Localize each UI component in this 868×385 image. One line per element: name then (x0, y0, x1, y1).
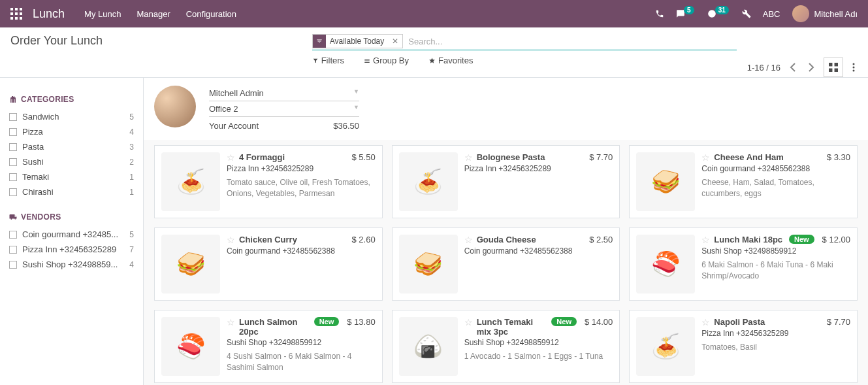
vendor-item[interactable]: Sushi Shop +32498859... 4 (9, 257, 134, 272)
checkbox[interactable] (9, 158, 17, 166)
vendor-label: Sushi Shop +32498859... (22, 259, 129, 269)
product-image: 🍣 (636, 235, 695, 293)
product-description: 4 Sushi Salmon - 6 Maki Salmon - 4 Sashi… (227, 351, 376, 373)
groupby-button[interactable]: Group By (364, 56, 409, 65)
product-card[interactable]: 🥪 ☆ Chicken Curry $ 2.60 Coin gourmand +… (154, 227, 383, 301)
product-name: Gouda Cheese (477, 235, 582, 244)
search-bar[interactable]: Available Today ✕ (312, 34, 737, 50)
product-name: Lunch Temaki mix 3pc (477, 317, 548, 337)
svg-rect-11 (829, 69, 832, 72)
nav-manager[interactable]: Manager (137, 9, 170, 19)
product-description: Tomatoes, Basil (701, 342, 850, 353)
svg-rect-3 (10, 12, 13, 15)
pager-next[interactable] (805, 60, 817, 75)
product-card[interactable]: 🥪 ☆ Gouda Cheese $ 2.50 Coin gourmand +3… (392, 227, 620, 301)
nav-configuration[interactable]: Configuration (186, 9, 236, 19)
product-name: Bolognese Pasta (477, 152, 582, 162)
user-name[interactable]: Mitchell Adı (814, 9, 858, 19)
checkbox[interactable] (9, 128, 17, 136)
star-icon[interactable]: ☆ (464, 235, 473, 245)
location-select[interactable]: Office 2 ▼ (209, 101, 359, 117)
user-avatar[interactable] (792, 5, 809, 22)
product-vendor: Pizza Inn +32456325289 (227, 164, 376, 173)
kanban-view-button[interactable] (824, 58, 843, 77)
favorites-button[interactable]: Favorites (428, 56, 473, 65)
svg-rect-10 (835, 63, 838, 66)
company-selector[interactable]: ABC (763, 9, 780, 19)
vendor-label: Coin gourmand +32485... (22, 229, 129, 239)
star-icon[interactable]: ☆ (701, 317, 710, 327)
more-views-button[interactable] (850, 60, 858, 75)
svg-rect-12 (835, 69, 838, 72)
star-icon[interactable]: ☆ (701, 235, 710, 245)
account-label: Your Account (209, 121, 333, 131)
app-brand[interactable]: Lunch (33, 7, 65, 21)
product-card[interactable]: 🍝 ☆ 4 Formaggi $ 5.50 Pizza Inn +3245632… (154, 145, 383, 218)
product-name: Cheese And Ham (714, 152, 819, 162)
category-item[interactable]: Temaki 1 (9, 169, 134, 184)
vendor-count: 7 (129, 245, 134, 254)
category-item[interactable]: Sushi 2 (9, 154, 134, 169)
checkbox[interactable] (9, 113, 17, 121)
star-icon[interactable]: ☆ (227, 152, 235, 163)
search-input[interactable] (407, 35, 736, 48)
nav-my-lunch[interactable]: My Lunch (84, 9, 121, 19)
svg-rect-9 (829, 63, 832, 66)
svg-rect-7 (15, 17, 18, 20)
category-item[interactable]: Chirashi 1 (9, 184, 134, 199)
checkbox[interactable] (9, 188, 17, 196)
product-card[interactable]: 🍝 ☆ Bolognese Pasta $ 7.70 Pizza Inn +32… (392, 145, 620, 218)
product-vendor: Sushi Shop +32498859912 (227, 338, 376, 347)
vendor-item[interactable]: Coin gourmand +32485... 5 (9, 227, 134, 242)
product-price: $ 13.80 (347, 317, 375, 327)
product-card[interactable]: 🍝 ☆ Napoli Pasta $ 7.70 Pizza Inn +32456… (629, 310, 858, 383)
product-vendor: Coin gourmand +32485562388 (464, 246, 613, 256)
star-icon[interactable]: ☆ (464, 317, 473, 327)
star-icon[interactable]: ☆ (227, 235, 235, 245)
pager-prev[interactable] (787, 60, 799, 75)
page-title: Order Your Lunch (10, 34, 103, 48)
category-count: 1 (129, 188, 134, 197)
svg-rect-8 (20, 17, 22, 20)
checkbox[interactable] (9, 173, 17, 181)
product-card[interactable]: 🍣 ☆ Lunch Maki 18pc New $ 12.00 Sushi Sh… (629, 227, 858, 301)
category-item[interactable]: Pasta 3 (9, 139, 134, 154)
facet-close[interactable]: ✕ (388, 37, 402, 46)
product-image: 🥪 (636, 152, 695, 211)
vendor-item[interactable]: Pizza Inn +32456325289 7 (9, 242, 134, 257)
product-description: Tomato sauce, Olive oil, Fresh Tomatoes,… (227, 177, 376, 199)
messages-icon[interactable]: 5 (676, 9, 696, 18)
svg-rect-5 (20, 12, 22, 15)
checkbox[interactable] (9, 261, 17, 269)
user-select[interactable]: Mitchell Admin ▼ (209, 86, 359, 101)
svg-rect-1 (15, 8, 18, 10)
category-label: Pasta (22, 142, 129, 152)
checkbox[interactable] (9, 246, 17, 254)
category-count: 2 (129, 158, 134, 167)
content-area: Mitchell Admin ▼ Office 2 ▼ Your Account… (144, 78, 868, 385)
product-name: Chicken Curry (239, 235, 344, 244)
checkbox[interactable] (9, 143, 17, 151)
product-description: 6 Maki Salmon - 6 Maki Tuna - 6 Maki Shr… (701, 259, 850, 282)
debug-icon[interactable] (742, 9, 751, 18)
product-card[interactable]: 🥪 ☆ Cheese And Ham $ 3.30 Coin gourmand … (629, 145, 858, 218)
category-item[interactable]: Sandwich 5 (9, 109, 134, 124)
pager-text: 1-16 / 16 (747, 63, 780, 73)
star-icon[interactable]: ☆ (464, 152, 473, 163)
star-icon[interactable]: ☆ (701, 152, 710, 163)
product-image: 🍝 (399, 152, 458, 211)
category-item[interactable]: Pizza 4 (9, 124, 134, 139)
activity-icon[interactable]: 31 (707, 9, 730, 18)
phone-icon[interactable] (655, 9, 664, 18)
chevron-down-icon: ▼ (353, 88, 359, 98)
checkbox[interactable] (9, 231, 17, 239)
product-price: $ 3.30 (827, 152, 850, 162)
activity-badge: 31 (715, 6, 729, 14)
product-card[interactable]: 🍣 ☆ Lunch Salmon 20pc New $ 13.80 Sushi … (154, 310, 383, 383)
filters-button[interactable]: Filters (312, 56, 344, 65)
star-icon[interactable]: ☆ (227, 317, 235, 327)
apps-icon[interactable] (10, 8, 22, 20)
facet-label: Available Today (326, 37, 389, 46)
product-card[interactable]: 🍙 ☆ Lunch Temaki mix 3pc New $ 14.00 Sus… (392, 310, 620, 383)
product-name: Napoli Pasta (714, 317, 819, 327)
